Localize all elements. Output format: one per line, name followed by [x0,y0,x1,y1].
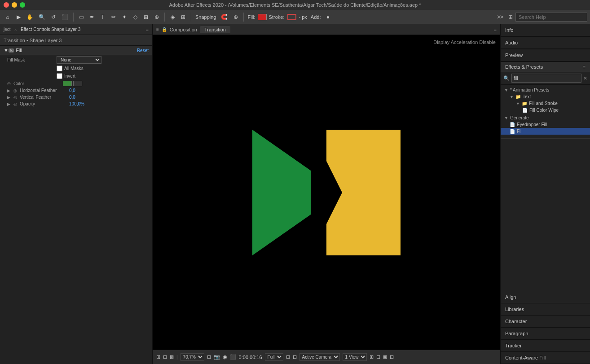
libraries-header[interactable]: Libraries [501,303,590,316]
invert-checkbox[interactable] [57,73,62,79]
color-stopwatch[interactable]: ◎ [7,81,13,86]
grid-btn[interactable]: ⊟ [163,354,167,360]
fill-stroke-folder[interactable]: ▼ 📁 Fill and Stroke [501,100,590,107]
puppet-tool[interactable]: ⊕ [152,12,162,22]
ep-resize-handle[interactable] [501,138,590,145]
comp-menu-btn[interactable]: ≡ [494,27,497,32]
search-clear-btn[interactable]: ✕ [583,75,587,81]
content-aware-header[interactable]: Content-Aware Fill [501,352,590,364]
info-label: Info [505,27,513,33]
info-header[interactable]: Info [501,24,590,36]
show-snap-btn[interactable]: ◉ [223,354,227,360]
shape-btn[interactable]: ◈ [167,12,177,22]
fill-item-selected[interactable]: 📄 Fill [501,128,590,135]
effects-search-input[interactable] [511,74,581,83]
composition-viewport[interactable]: Display Acceleration Disable [153,35,500,350]
more-tools-btn[interactable]: >> [495,12,506,22]
search-input[interactable] [515,13,587,22]
h-feather-value[interactable]: 0,0 [69,88,75,93]
fcw-icon: 📄 [522,108,528,113]
view-select[interactable]: 1 View [343,353,367,361]
color-swatch[interactable] [63,81,82,86]
clone-tool[interactable]: ✦ [119,12,129,22]
snapping-toggle[interactable]: 🧲 [219,12,230,22]
fx-toggle[interactable]: ▼ [4,48,9,53]
generate-folder[interactable]: ▼ Generate [501,114,590,121]
home-button[interactable]: ⌂ [3,12,13,22]
project-tab[interactable]: ject [0,26,14,33]
eraser-tool[interactable]: ◇ [130,12,140,22]
window-controls[interactable] [4,2,25,8]
brush-tool[interactable]: ✏ [109,12,119,22]
camera-tool[interactable]: ⬛ [59,12,70,22]
v-feather-value[interactable]: 0,0 [69,95,75,100]
tracker-label: Tracker [505,343,522,348]
rotate-tool[interactable]: ↺ [48,12,58,22]
opacity-value[interactable]: 100,0% [69,101,84,106]
fill-color-wipe-item[interactable]: 📄 Fill Color Wipe [501,107,590,114]
all-masks-checkbox[interactable] [57,66,62,71]
invert-row: Invert [0,72,152,80]
composition-tab[interactable]: Transition [200,26,230,33]
vf-expand[interactable]: ▶ [7,95,13,100]
reset-button[interactable]: Reset [137,48,149,53]
zoom-select[interactable]: 70,7% [181,353,204,361]
fill-color-swatch[interactable] [258,14,267,20]
maximize-button[interactable] [20,2,25,8]
vf-stopwatch[interactable]: ◎ [13,95,20,100]
camera-select[interactable]: Active Camera [299,353,340,361]
close-button[interactable] [4,2,9,8]
effect-controls-tab[interactable]: Effect Controls Shape Layer 3 [17,26,84,33]
guides-btn[interactable]: ⊠ [170,354,174,360]
fill-mask-dropdown[interactable]: None [57,56,101,64]
snap-frame-btn[interactable]: ⊞ [156,354,160,360]
pen-tool[interactable]: ✒ [87,12,97,22]
minimize-button[interactable] [12,2,17,8]
audio-header[interactable]: Audio [501,37,590,49]
view-options-btn[interactable]: ⊞ [370,354,374,360]
title-bar: Adobe After Effects 2020 - /Volumes/Elem… [0,0,590,10]
text-arrow: ▼ [510,95,514,99]
text-folder[interactable]: ▼ 📁 Text [501,93,590,100]
text-tool[interactable]: T [98,12,108,22]
paragraph-header[interactable]: Paragraph [501,328,590,340]
preview-header[interactable]: Preview [501,49,590,61]
workspace-btn[interactable]: ⊞ [506,12,515,22]
roto-tool[interactable]: ⊞ [141,12,151,22]
op-expand[interactable]: ▶ [7,102,13,106]
view-layout-btn[interactable]: ⊟ [376,354,380,360]
ep-menu-btn[interactable]: ≡ [583,64,586,70]
rect-tool[interactable]: ▭ [76,12,86,22]
panel-menu-btn[interactable]: ≡ [146,27,152,32]
stroke-color-swatch[interactable] [287,14,296,20]
align-btn[interactable]: ⊞ [178,12,188,22]
view-3d-btn[interactable]: ⊠ [383,354,387,360]
hf-expand[interactable]: ▶ [7,88,13,93]
effects-search-area: 🔍 ✕ [501,72,590,85]
audio-label: Audio [505,40,518,45]
animation-presets-folder[interactable]: ▼ * Animation Presets [501,87,590,93]
align-header[interactable]: Align [501,291,590,303]
fast-preview-btn[interactable]: ⊞ [286,354,290,360]
select-tool[interactable]: ▶ [13,12,23,22]
snapshot-btn[interactable]: 📷 [214,354,220,360]
render-btn[interactable]: ⊟ [293,354,297,360]
op-stopwatch[interactable]: ◎ [13,102,20,106]
view-reset-btn[interactable]: ⊡ [390,354,394,360]
add-btn[interactable]: ● [323,12,333,22]
tracker-header[interactable]: Tracker [501,340,590,352]
content-aware-label: Content-Aware Fill [505,355,546,360]
quality-select[interactable]: Full [265,353,283,361]
transparency-btn[interactable]: ⬛ [230,354,236,360]
eyedropper-fill-item[interactable]: 📄 Eyedropper Fill [501,121,590,128]
color-secondary[interactable] [73,81,82,86]
fill-mask-row: Fill Mask None [0,55,152,65]
zoom-tool[interactable]: 🔍 [36,12,48,22]
hf-stopwatch[interactable]: ◎ [13,88,20,93]
snap-options[interactable]: ⊕ [231,12,241,22]
color-primary[interactable] [63,81,72,86]
character-header[interactable]: Character [501,316,590,328]
effects-presets-header[interactable]: Effects & Presets ≡ [501,62,590,72]
hand-tool[interactable]: ✋ [24,12,35,22]
fit-btn[interactable]: ⊞ [207,354,211,360]
